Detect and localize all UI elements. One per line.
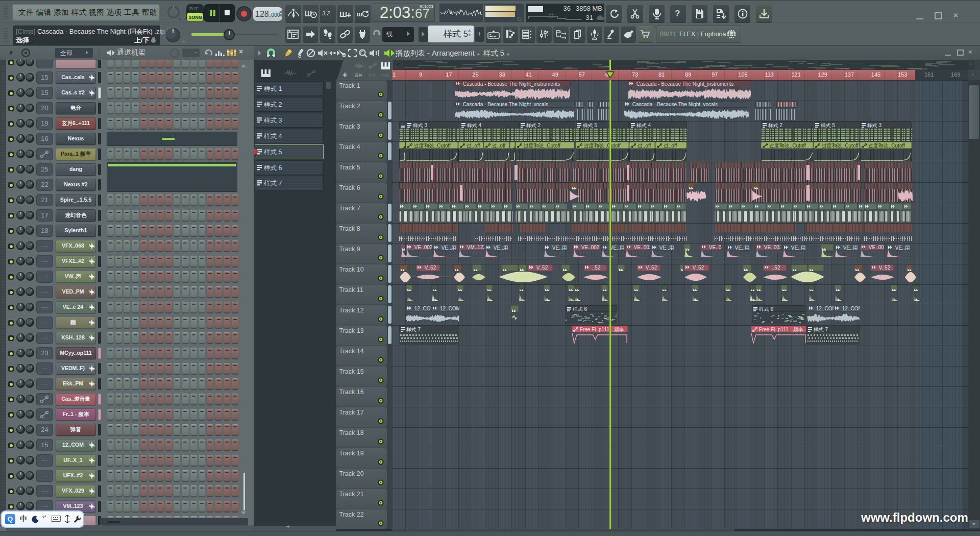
svg-text:ш: ш bbox=[357, 10, 362, 18]
svg-text:Ш: Ш bbox=[339, 10, 347, 18]
